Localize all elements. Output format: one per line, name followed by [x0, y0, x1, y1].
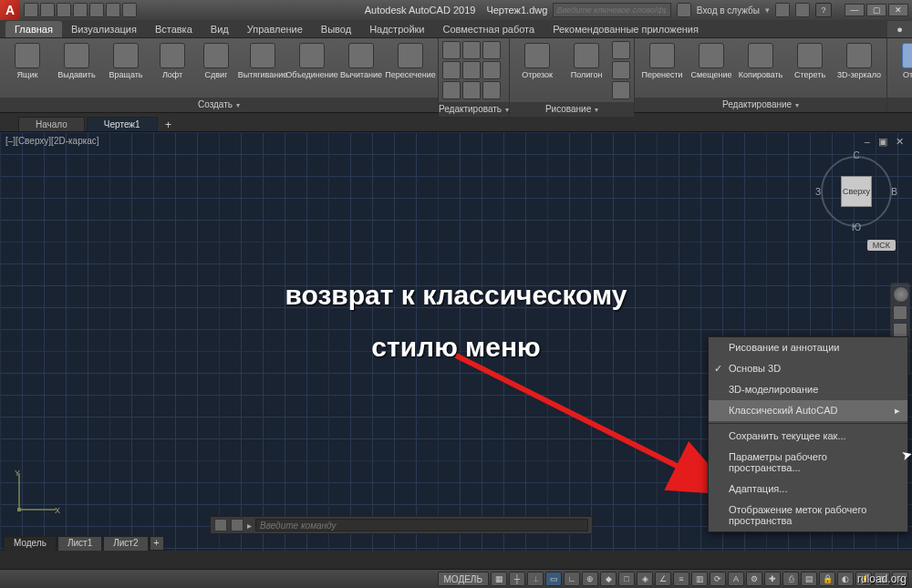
layout-tab-layout2[interactable]: Лист2: [103, 536, 148, 551]
cmd-union[interactable]: Объединение: [288, 41, 336, 81]
ribbon-tab-visualize[interactable]: Визуализация: [62, 21, 146, 37]
help-icon[interactable]: ?: [815, 3, 832, 17]
panel-title-edit[interactable]: Редактировать: [439, 102, 509, 117]
cmd-3dmirror[interactable]: 3D-зеркало: [835, 41, 883, 81]
viewport-controls[interactable]: – ▣ ✕: [865, 136, 907, 148]
status-ortho-icon[interactable]: ∟: [564, 572, 580, 586]
ribbon-tab-collaborate[interactable]: Совместная работа: [433, 21, 544, 37]
draw-icon-c[interactable]: [612, 81, 630, 99]
viewport-label[interactable]: [–][Сверху][2D-каркас]: [5, 136, 99, 146]
status-units-icon[interactable]: ⎙: [782, 572, 799, 586]
qat-undo-icon[interactable]: [106, 3, 120, 17]
edit-icon-6[interactable]: [462, 81, 481, 99]
cmd-polygon[interactable]: Полигон: [563, 41, 610, 81]
signin-icon[interactable]: [677, 3, 691, 17]
ribbon-tab-extra[interactable]: ●: [887, 21, 912, 37]
cmd-move[interactable]: Перенести: [638, 41, 686, 81]
cmd-filter[interactable]: Отбор: [891, 41, 912, 81]
ctx-item-classic[interactable]: Классический AutoCAD: [709, 400, 907, 421]
cmd-extrude[interactable]: Выдавить: [53, 41, 100, 81]
cmd-erase[interactable]: Стереть: [786, 41, 834, 81]
ctx-item-3dbasics[interactable]: Основы 3D: [709, 358, 907, 379]
edit-icon-9[interactable]: [482, 81, 501, 99]
ribbon-tab-output[interactable]: Вывод: [312, 21, 360, 37]
status-annotation-icon[interactable]: A: [728, 572, 744, 586]
zoom-extents-icon[interactable]: [893, 323, 907, 337]
ribbon-tab-view[interactable]: Вид: [202, 21, 238, 37]
status-annomonitor-icon[interactable]: ✚: [764, 572, 781, 586]
cmd-close-icon[interactable]: [214, 519, 227, 531]
ribbon-tab-featured[interactable]: Рекомендованные приложения: [544, 21, 708, 37]
ctx-item-labels[interactable]: Отображение меток рабочего пространства: [709, 500, 907, 531]
qat-save-icon[interactable]: [57, 3, 71, 17]
minimize-button[interactable]: —: [845, 4, 865, 16]
ctx-item-settings[interactable]: Параметры рабочего пространства...: [709, 447, 907, 479]
qat-open-icon[interactable]: [40, 3, 55, 17]
status-cycling-icon[interactable]: ⟳: [710, 572, 726, 586]
command-line[interactable]: ▸: [210, 516, 593, 534]
edit-icon-3[interactable]: [442, 81, 461, 99]
viewcube-west[interactable]: З: [815, 187, 821, 197]
status-lineweight-icon[interactable]: ≡: [673, 572, 689, 586]
panel-title-select[interactable]: Выбор: [887, 98, 912, 112]
layout-tab-add-button[interactable]: +: [150, 536, 164, 551]
panel-title-modify[interactable]: Редактирование: [635, 98, 886, 112]
cmd-line[interactable]: Отрезок: [513, 41, 561, 81]
ribbon-tab-insert[interactable]: Вставка: [146, 21, 202, 37]
app-logo[interactable]: A: [0, 0, 20, 20]
signin-link[interactable]: Вход в службы: [697, 5, 760, 15]
file-tab-drawing1[interactable]: Чертеж1: [87, 117, 158, 131]
status-lockui-icon[interactable]: 🔒: [819, 572, 835, 586]
cmd-revolve[interactable]: Вращать: [102, 41, 150, 81]
viewcube-east[interactable]: В: [891, 187, 897, 197]
file-tab-start[interactable]: Начало: [18, 117, 85, 131]
qat-new-icon[interactable]: [24, 3, 38, 17]
edit-icon-1[interactable]: [442, 41, 461, 59]
status-polar-icon[interactable]: ⊕: [582, 572, 598, 586]
cmd-presspull[interactable]: Вытягивание: [239, 41, 286, 81]
ctx-item-saveas[interactable]: Сохранить текущее как...: [709, 426, 907, 447]
draw-icon-a[interactable]: [612, 41, 630, 59]
edit-icon-5[interactable]: [462, 61, 481, 79]
ctx-item-drafting[interactable]: Рисование и аннотации: [709, 337, 907, 358]
cmd-subtract[interactable]: Вычитание: [337, 41, 385, 81]
wcs-badge[interactable]: МСК: [867, 240, 896, 251]
viewcube-north[interactable]: С: [853, 150, 859, 160]
file-tab-add-button[interactable]: +: [160, 119, 178, 131]
layout-tab-layout1[interactable]: Лист1: [57, 536, 102, 551]
viewcube-south[interactable]: Ю: [852, 222, 861, 232]
cmd-box[interactable]: Ящик: [4, 41, 51, 81]
draw-icon-b[interactable]: [612, 61, 630, 79]
steeringwheel-icon[interactable]: [893, 286, 909, 303]
pan-icon[interactable]: [893, 305, 907, 320]
viewcube-face[interactable]: Сверху: [841, 176, 872, 207]
status-transparency-icon[interactable]: ▥: [691, 572, 708, 586]
status-otrack-icon[interactable]: ∠: [655, 572, 671, 586]
status-isodraft-icon[interactable]: ◆: [600, 572, 617, 586]
cmd-sweep[interactable]: Сдвиг: [195, 41, 237, 81]
status-3dosnap-icon[interactable]: ◈: [637, 572, 653, 586]
ribbon-tab-addins[interactable]: Надстройки: [360, 21, 433, 37]
cmd-loft[interactable]: Лофт: [151, 41, 193, 81]
cmd-copy[interactable]: Копировать: [737, 41, 784, 81]
status-model-button[interactable]: МОДЕЛЬ: [438, 572, 489, 586]
ctx-item-customize[interactable]: Адаптация...: [709, 479, 907, 500]
qat-plot-icon[interactable]: [89, 3, 104, 17]
edit-icon-4[interactable]: [462, 41, 481, 59]
drawing-area[interactable]: [–][Сверху][2D-каркас] – ▣ ✕ Сверху С Ю …: [0, 131, 912, 551]
status-dynamic-icon[interactable]: ▭: [545, 572, 562, 586]
status-osnap-icon[interactable]: □: [618, 572, 635, 586]
status-workspace-icon[interactable]: ⚙: [746, 572, 762, 586]
status-isolate-icon[interactable]: ◐: [837, 572, 854, 586]
panel-title-create[interactable]: Создать: [0, 98, 438, 112]
status-snap-icon[interactable]: ┼: [509, 572, 525, 586]
cmd-intersect[interactable]: Пересечение: [387, 41, 434, 81]
status-quickprops-icon[interactable]: ▤: [801, 572, 817, 586]
panel-title-draw[interactable]: Рисование: [510, 102, 634, 117]
exchange-icon[interactable]: [775, 3, 790, 17]
edit-icon-2[interactable]: [442, 61, 461, 79]
ribbon-tab-home[interactable]: Главная: [5, 21, 62, 37]
command-input[interactable]: [255, 519, 588, 531]
maximize-button[interactable]: ▢: [866, 4, 886, 16]
ctx-item-3dmodeling[interactable]: 3D-моделирование: [709, 379, 907, 400]
